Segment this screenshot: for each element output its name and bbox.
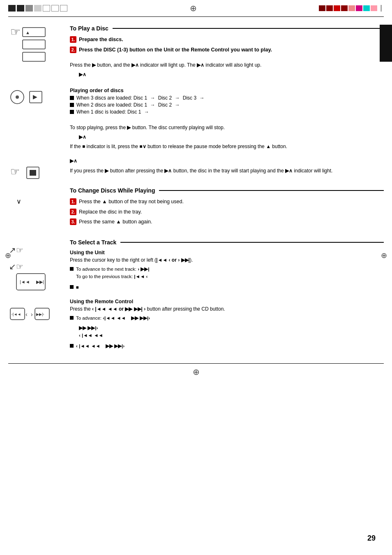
play-body2-indent: ▶∧ (79, 133, 384, 141)
change-step-num-1: 1. (70, 198, 76, 205)
svg-rect-3 (23, 52, 45, 61)
svg-text:↗☞: ↗☞ (9, 246, 23, 255)
play-body3: If the ■ indicator is lit, press the ■∨ … (70, 143, 384, 151)
change-step2-text: Replace the disc in the tray. (79, 208, 142, 216)
cb-pink (348, 5, 355, 11)
order-sq3 (70, 110, 74, 114)
block4 (34, 5, 42, 12)
main-content: ☞ ▲ ▶ (0, 17, 392, 355)
remote-bullet-1: To advance: ‹|◄◄ ◄◄ ▶▶ ▶▶|› (70, 315, 384, 322)
top-center-crosshair: ⊕ (67, 3, 319, 13)
unit-bullet-1: To advance to the next track: › ▶▶| To g… (70, 266, 384, 280)
block7 (60, 5, 67, 12)
play-step-2: 2. Press the DISC (1-3) button on the Un… (70, 46, 384, 54)
block1 (8, 5, 16, 12)
cb-lightpink (371, 5, 377, 11)
cb-maroon2 (341, 5, 348, 11)
remote-sub-bullet1-text: ▶▶ ▶▶|› ‹ |◄◄ ◄◄ (79, 325, 103, 339)
order-row-3: When 1 disc is loaded: Disc 1 → (70, 109, 384, 115)
order-sq2 (70, 103, 74, 107)
change-step1-text: Press the ▲ button of the tray not being… (79, 198, 184, 206)
remote-unit-diagram: ‹|◄◄ ▶▶|› ‹ › (8, 302, 62, 332)
bullet-sq1 (70, 267, 74, 271)
block6 (51, 5, 59, 12)
svg-text:☞: ☞ (10, 165, 20, 178)
svg-text:▶: ▶ (33, 93, 37, 100)
play-body1: Press the ▶ button, and the ▶∧ indicator… (70, 61, 384, 69)
svg-text:↙☞: ↙☞ (9, 262, 23, 271)
select-track-title: To Select a Track (70, 239, 116, 246)
change-discs-heading: To Change Discs While Playing (70, 187, 384, 194)
block2 (17, 5, 24, 12)
unit-bullet1-text: To advance to the next track: › ▶▶| To g… (76, 266, 149, 280)
change-step-num-3: 3. (70, 218, 76, 225)
change-discs-title: To Change Discs While Playing (70, 187, 155, 194)
top-decoration-bar: ⊕ (0, 0, 392, 16)
remote-bullet3-text: ‹ |◄◄ ◄◄ ▶▶ ▶▶|› (76, 343, 125, 350)
order-row-1: When 3 discs are loaded: Disc 1 → Disc 2… (70, 95, 384, 101)
play-disc-title: To Play a Disc (70, 25, 108, 32)
order-sq1 (70, 96, 74, 100)
crosshair-icon: ⊕ (190, 3, 197, 13)
bottom-crosshair-icon: ⊕ (193, 367, 200, 377)
top-left-blocks (8, 5, 67, 12)
bar-divider (381, 5, 381, 12)
select-track-heading: To Select a Track (70, 239, 384, 246)
play-diagram: ▶ (8, 85, 62, 111)
svg-point-6 (16, 95, 19, 99)
cb-darkred (319, 5, 325, 11)
bullet-sq2 (70, 285, 74, 289)
step-num-1: 1. (70, 36, 76, 43)
right-edge-tab (380, 25, 392, 62)
remote-bullet-sq3 (70, 344, 74, 348)
block3 (25, 5, 33, 12)
left-illustrations: ☞ ▲ ▶ (8, 21, 66, 351)
order-row-2: When 2 discs are loaded: Disc 1 → Disc 2… (70, 102, 384, 108)
cb-maroon (326, 5, 333, 11)
order-text1: When 3 discs are loaded: Disc 1 → Disc 2… (76, 95, 384, 101)
order-text2: When 2 discs are loaded: Disc 1 → Disc 2… (76, 102, 384, 108)
change-step3-text: Press the same ▲ button again. (79, 218, 152, 226)
page-number: 29 (367, 534, 376, 543)
remote-bullet-sq1 (70, 316, 74, 320)
cb-cyan (363, 5, 370, 11)
stop-diagram: ☞ (8, 157, 62, 199)
play-step1-text: Prepare the discs. (79, 36, 123, 44)
svg-text:‹: ‹ (25, 311, 28, 318)
cb-magenta (356, 5, 362, 11)
change-step-num-2: 2. (70, 209, 76, 215)
change-step-1: 1. Press the ▲ button of the tray not be… (70, 198, 384, 206)
right-content: To Play a Disc 1. Prepare the discs. 2. … (66, 21, 384, 351)
unit-bullet2-text: ■ (76, 284, 79, 291)
play-body4a: ▶∧ (70, 157, 384, 165)
play-step2-text: Press the DISC (1-3) button on the Unit … (79, 46, 272, 54)
block5 (43, 5, 50, 12)
cd-player-diagram: ☞ ▲ (8, 23, 62, 82)
playing-order-section: Playing order of discs When 3 discs are … (70, 88, 384, 115)
color-blocks (319, 5, 377, 11)
unit-bullet-2: ■ (70, 284, 384, 291)
remote-bullet1-text: To advance: ‹|◄◄ ◄◄ ▶▶ ▶▶|› (76, 315, 150, 322)
right-crosshair: ⊕ (381, 251, 387, 260)
svg-text:☞: ☞ (10, 26, 21, 38)
remote-bullet-3: ‹ |◄◄ ◄◄ ▶▶ ▶▶|› (70, 343, 384, 350)
play-disc-heading: To Play a Disc (70, 25, 384, 32)
svg-text:▶▶|›: ▶▶|› (36, 312, 44, 316)
play-body2: To stop playing, press the ▶ button. The… (70, 124, 384, 132)
using-unit-heading: Using the Unit (70, 250, 384, 255)
playing-order-title: Playing order of discs (70, 88, 384, 93)
unit-body: Press the cursor key to the right or lef… (70, 256, 384, 264)
play-body1-indent: ▶∧ (79, 71, 384, 79)
order-text3: When 1 disc is loaded: Disc 1 → (76, 109, 384, 115)
remote-diagram: ↗☞ ↙☞ |◄◄ ▶▶| (8, 232, 62, 300)
remote-sub-bullet-1: ▶▶ ▶▶|› ‹ |◄◄ ◄◄ (79, 325, 384, 339)
change-step-2: 2. Replace the disc in the tray. (70, 208, 384, 216)
svg-text:‹|◄◄: ‹|◄◄ (12, 312, 21, 316)
svg-text:|◄◄: |◄◄ (20, 279, 30, 284)
change-step-3: 3. Press the same ▲ button again. (70, 218, 384, 226)
bottom-crosshair: ⊕ (0, 364, 392, 379)
svg-rect-11 (30, 170, 36, 176)
play-body4b: If you press the ▶ button after pressing… (70, 167, 384, 175)
step-num-2: 2. (70, 46, 76, 53)
svg-rect-2 (23, 40, 45, 49)
